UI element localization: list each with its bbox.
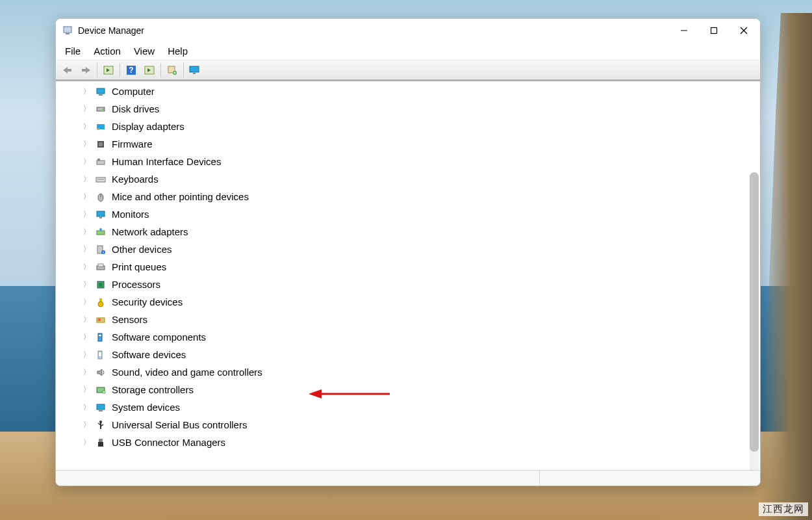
svg-rect-59 bbox=[99, 410, 103, 411]
menu-bar: File Action View Help bbox=[56, 42, 760, 60]
tree-item[interactable]: 〉Sound, video and game controllers bbox=[56, 363, 760, 381]
maximize-button[interactable] bbox=[699, 19, 729, 42]
chip-icon bbox=[95, 138, 107, 150]
svg-point-39 bbox=[99, 228, 102, 231]
svg-rect-30 bbox=[97, 161, 105, 164]
forward-button[interactable] bbox=[77, 62, 95, 78]
chevron-right-icon[interactable]: 〉 bbox=[83, 297, 91, 307]
tree-item[interactable]: 〉Keyboards bbox=[56, 170, 760, 188]
chevron-right-icon[interactable]: 〉 bbox=[83, 332, 91, 342]
chevron-right-icon[interactable]: 〉 bbox=[83, 262, 91, 272]
tree-item-label: Display adapters bbox=[112, 121, 184, 132]
tree-item[interactable]: 〉Human Interface Devices bbox=[56, 153, 760, 170]
chevron-right-icon[interactable]: 〉 bbox=[83, 280, 91, 289]
svg-rect-31 bbox=[97, 159, 100, 161]
menu-help[interactable]: Help bbox=[168, 42, 188, 60]
chevron-right-icon[interactable]: 〉 bbox=[83, 86, 91, 96]
chevron-right-icon[interactable]: 〉 bbox=[83, 244, 91, 254]
tree-item-label: Software components bbox=[112, 332, 206, 343]
chevron-right-icon[interactable]: 〉 bbox=[83, 209, 91, 219]
tree-item-label: Network adapters bbox=[112, 226, 188, 237]
software-device-icon bbox=[95, 349, 107, 361]
toolbar: ? bbox=[56, 60, 760, 80]
tree-item-label: Firmware bbox=[112, 138, 153, 150]
properties-button[interactable] bbox=[99, 62, 118, 78]
content-area: 〉Computer〉Disk drives〉Display adapters〉F… bbox=[56, 80, 760, 470]
chevron-right-icon[interactable]: 〉 bbox=[83, 157, 91, 166]
tree-item-label: USB Connector Managers bbox=[112, 437, 225, 448]
printer-icon bbox=[95, 261, 107, 273]
close-button[interactable] bbox=[729, 19, 759, 42]
chevron-right-icon[interactable]: 〉 bbox=[83, 437, 91, 447]
tree-item[interactable]: 〉Software devices bbox=[56, 346, 760, 363]
unknown-icon: ? bbox=[95, 244, 107, 255]
chevron-right-icon[interactable]: 〉 bbox=[83, 402, 91, 412]
computer-icon bbox=[95, 86, 107, 98]
scrollbar-thumb[interactable] bbox=[750, 172, 759, 452]
keyboard-icon bbox=[95, 174, 107, 185]
chevron-right-icon[interactable]: 〉 bbox=[83, 350, 91, 359]
cpu-icon bbox=[95, 279, 107, 291]
toolbar-separator bbox=[160, 63, 161, 77]
tree-item[interactable]: 〉Security devices bbox=[56, 293, 760, 311]
tree-item-label: Keyboards bbox=[112, 174, 159, 185]
back-button[interactable] bbox=[58, 62, 77, 78]
svg-rect-27 bbox=[97, 128, 99, 130]
disk-icon bbox=[95, 103, 107, 115]
svg-rect-51 bbox=[98, 333, 102, 341]
tree-item[interactable]: 〉Storage controllers bbox=[56, 381, 760, 398]
storage-icon bbox=[95, 384, 107, 396]
menu-action[interactable]: Action bbox=[94, 42, 121, 60]
tree-item[interactable]: 〉Network adapters bbox=[56, 223, 760, 240]
chevron-right-icon[interactable]: 〉 bbox=[83, 104, 91, 114]
tree-item[interactable]: 〉Firmware bbox=[56, 135, 760, 153]
chevron-right-icon[interactable]: 〉 bbox=[83, 174, 91, 184]
tree-item[interactable]: 〉Display adapters bbox=[56, 118, 760, 135]
tree-item[interactable]: 〉Mice and other pointing devices bbox=[56, 188, 760, 205]
menu-file[interactable]: File bbox=[65, 42, 81, 60]
svg-point-61 bbox=[99, 421, 102, 423]
tree-item[interactable]: 〉Computer bbox=[56, 83, 760, 100]
svg-rect-52 bbox=[99, 335, 101, 336]
tree-item[interactable]: 〉Print queues bbox=[56, 258, 760, 276]
device-tree[interactable]: 〉Computer〉Disk drives〉Display adapters〉F… bbox=[56, 81, 760, 470]
tree-item[interactable]: 〉Sensors bbox=[56, 311, 760, 328]
chevron-right-icon[interactable]: 〉 bbox=[83, 227, 91, 237]
svg-rect-38 bbox=[97, 231, 105, 235]
tree-item[interactable]: 〉Processors bbox=[56, 276, 760, 293]
tree-item[interactable]: 〉Universal Serial Bus controllers bbox=[56, 416, 760, 434]
help-button[interactable]: ? bbox=[122, 62, 140, 78]
device-manager-icon bbox=[62, 25, 73, 36]
svg-point-50 bbox=[98, 318, 101, 321]
tree-item[interactable]: 〉Monitors bbox=[56, 205, 760, 223]
title-bar[interactable]: Device Manager bbox=[56, 19, 760, 42]
tree-item-label: Storage controllers bbox=[112, 384, 194, 395]
menu-view[interactable]: View bbox=[134, 42, 155, 60]
monitors-button[interactable] bbox=[186, 62, 204, 78]
vertical-scrollbar[interactable] bbox=[750, 172, 759, 470]
chevron-right-icon[interactable]: 〉 bbox=[83, 122, 91, 131]
svg-rect-0 bbox=[64, 27, 71, 32]
chevron-right-icon[interactable]: 〉 bbox=[83, 315, 91, 324]
scan-hardware-button[interactable] bbox=[140, 62, 159, 78]
svg-text:?: ? bbox=[129, 66, 133, 75]
tree-item-label: Sound, video and game controllers bbox=[112, 367, 262, 378]
tree-item[interactable]: 〉Software components bbox=[56, 328, 760, 346]
sensor-icon bbox=[95, 314, 107, 326]
watermark: 江西龙网 bbox=[759, 502, 808, 516]
chevron-right-icon[interactable]: 〉 bbox=[83, 192, 91, 202]
svg-rect-22 bbox=[97, 88, 105, 94]
tree-item-label: System devices bbox=[112, 402, 180, 413]
minimize-button[interactable] bbox=[669, 19, 699, 42]
svg-rect-37 bbox=[99, 217, 102, 218]
chevron-right-icon[interactable]: 〉 bbox=[83, 139, 91, 149]
tree-item[interactable]: 〉?Other devices bbox=[56, 240, 760, 258]
tree-item[interactable]: 〉Disk drives bbox=[56, 100, 760, 118]
tree-item[interactable]: 〉USB Connector Managers bbox=[56, 434, 760, 451]
chevron-right-icon[interactable]: 〉 bbox=[83, 420, 91, 430]
svg-point-25 bbox=[103, 109, 104, 110]
chevron-right-icon[interactable]: 〉 bbox=[83, 367, 91, 377]
add-legacy-button[interactable] bbox=[163, 62, 181, 78]
chevron-right-icon[interactable]: 〉 bbox=[83, 385, 91, 395]
tree-item[interactable]: 〉System devices bbox=[56, 398, 760, 416]
